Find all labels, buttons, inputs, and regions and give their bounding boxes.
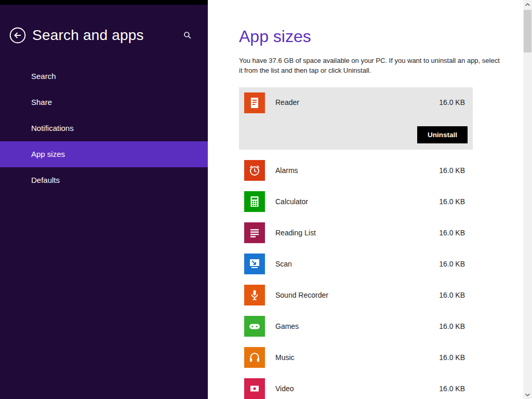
scrollbar-down-arrow[interactable] bbox=[523, 390, 532, 399]
sidebar-item-search[interactable]: Search bbox=[0, 63, 208, 89]
sidebar-header: Search and apps bbox=[9, 27, 197, 44]
music-app-icon bbox=[244, 347, 265, 368]
app-size: 16.0 KB bbox=[439, 166, 465, 175]
app-list: Reader 16.0 KB Uninstall Alarms 16.0 KB bbox=[239, 87, 473, 399]
app-size: 16.0 KB bbox=[439, 322, 465, 330]
app-size: 16.0 KB bbox=[439, 197, 465, 206]
app-row-scan[interactable]: Scan 16.0 KB bbox=[239, 248, 473, 280]
app-row-reader[interactable]: Reader 16.0 KB Uninstall bbox=[239, 87, 473, 150]
app-row-alarms[interactable]: Alarms 16.0 KB bbox=[239, 155, 473, 186]
calculator-app-icon bbox=[244, 191, 265, 212]
app-name: Alarms bbox=[275, 166, 439, 175]
scrollbar[interactable] bbox=[523, 0, 532, 399]
alarms-app-icon bbox=[244, 160, 265, 181]
scrollbar-thumb[interactable] bbox=[524, 10, 531, 52]
reading-list-app-icon bbox=[244, 222, 265, 243]
app-size: 16.0 KB bbox=[439, 229, 465, 237]
sidebar-item-share[interactable]: Share bbox=[0, 89, 208, 115]
app-row-music[interactable]: Music 16.0 KB bbox=[239, 342, 473, 373]
sound-recorder-app-icon bbox=[244, 285, 265, 305]
app-name: Music bbox=[275, 353, 439, 362]
reader-app-icon bbox=[244, 92, 265, 113]
uninstall-button[interactable]: Uninstall bbox=[417, 126, 468, 143]
back-button[interactable] bbox=[9, 27, 26, 44]
app-name: Calculator bbox=[275, 197, 439, 206]
sidebar-item-notifications[interactable]: Notifications bbox=[0, 115, 208, 141]
app-size: 16.0 KB bbox=[439, 98, 465, 107]
games-app-icon bbox=[244, 316, 265, 337]
scrollbar-up-arrow[interactable] bbox=[523, 0, 532, 9]
app-name: Video bbox=[275, 384, 439, 393]
app-size: 16.0 KB bbox=[439, 291, 465, 299]
page-title: Search and apps bbox=[32, 27, 182, 44]
space-available-description: You have 37.6 GB of space available on y… bbox=[239, 56, 500, 76]
sidebar-item-defaults[interactable]: Defaults bbox=[0, 167, 208, 193]
chevron-down-icon bbox=[525, 393, 530, 396]
search-button[interactable] bbox=[182, 30, 193, 41]
app-size: 16.0 KB bbox=[439, 353, 465, 362]
back-icon bbox=[9, 27, 26, 44]
app-name: Sound Recorder bbox=[275, 291, 439, 299]
scan-app-icon bbox=[244, 254, 265, 274]
settings-sidebar: Search and apps Search Share Notificatio… bbox=[0, 0, 208, 399]
search-icon bbox=[183, 31, 192, 39]
app-row-video[interactable]: Video 16.0 KB bbox=[239, 373, 473, 399]
sidebar-item-app-sizes[interactable]: App sizes bbox=[0, 141, 208, 167]
app-row-reading-list[interactable]: Reading List 16.0 KB bbox=[239, 217, 473, 248]
app-row-sound-recorder[interactable]: Sound Recorder 16.0 KB bbox=[239, 280, 473, 311]
app-row-games[interactable]: Games 16.0 KB bbox=[239, 311, 473, 342]
app-name: Scan bbox=[275, 260, 439, 268]
app-size: 16.0 KB bbox=[439, 260, 465, 268]
video-app-icon bbox=[244, 378, 265, 399]
app-size: 16.0 KB bbox=[439, 384, 465, 393]
app-name: Reader bbox=[275, 98, 439, 107]
app-sizes-panel: App sizes You have 37.6 GB of space avai… bbox=[208, 0, 523, 399]
section-title: App sizes bbox=[239, 27, 311, 46]
app-name: Games bbox=[275, 322, 439, 330]
window-top-edge bbox=[0, 0, 208, 5]
app-row-calculator[interactable]: Calculator 16.0 KB bbox=[239, 186, 473, 217]
settings-nav: Search Share Notifications App sizes Def… bbox=[0, 63, 208, 193]
app-name: Reading List bbox=[275, 229, 439, 237]
chevron-up-icon bbox=[525, 3, 530, 6]
